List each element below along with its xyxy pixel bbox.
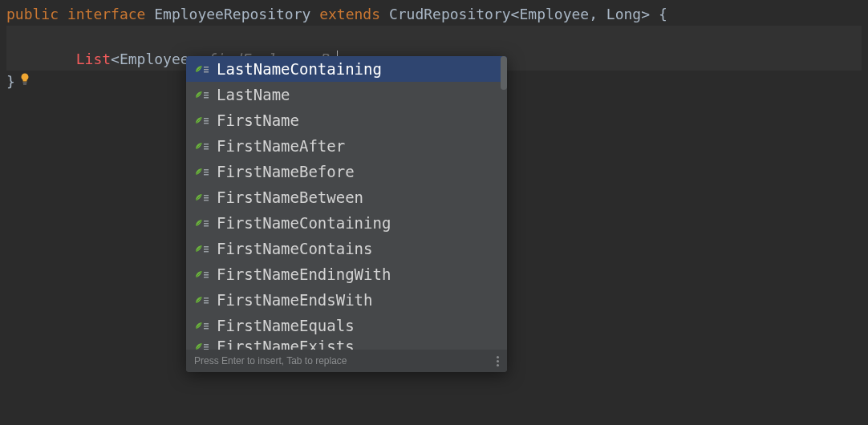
autocomplete-item-label: FirstNameExists [217,338,355,350]
autocomplete-item-label: FirstNameBetween [217,188,363,206]
autocomplete-item[interactable]: FirstName [186,107,507,133]
keyword-public: public [6,6,59,22]
autocomplete-item[interactable]: FirstNameContains [186,236,507,261]
keyword-interface: interface [67,6,146,22]
return-type: List [76,51,111,67]
autocomplete-item-label: LastNameContaining [217,60,382,78]
svg-rect-14 [204,169,209,171]
svg-rect-37 [204,349,209,350]
svg-rect-17 [204,195,209,196]
autocomplete-footer: Press Enter to insert, Tab to replace [186,350,507,372]
svg-rect-28 [204,277,209,278]
svg-rect-32 [204,323,209,325]
autocomplete-item-label: FirstNameEndsWith [217,291,372,309]
svg-rect-9 [204,120,209,122]
svg-rect-23 [204,246,209,248]
code-line-1: public interface EmployeeRepository exte… [6,3,862,26]
base-type: CrudRepository [389,6,511,22]
autocomplete-item[interactable]: FirstNameEquals [186,313,507,338]
svg-rect-34 [204,328,209,330]
keyword-extends: extends [319,6,380,22]
svg-rect-11 [204,144,209,145]
svg-rect-18 [204,197,209,199]
svg-rect-29 [204,298,209,299]
svg-rect-10 [204,123,209,124]
spring-leaf-icon [194,63,210,75]
svg-rect-6 [204,95,209,96]
autocomplete-item[interactable]: FirstNameExists [186,338,507,350]
svg-rect-7 [204,97,209,99]
autocomplete-list[interactable]: LastNameContainingLastNameFirstNameFirst… [186,56,507,350]
spring-leaf-icon [194,242,210,255]
autocomplete-item[interactable]: FirstNameContaining [186,210,507,236]
svg-rect-15 [204,172,209,173]
interface-name: EmployeeRepository [154,6,310,22]
lightbulb-icon[interactable] [18,27,32,42]
svg-rect-31 [204,302,209,304]
svg-rect-27 [204,274,209,276]
svg-rect-21 [204,223,209,225]
svg-rect-26 [204,272,209,273]
spring-leaf-icon [194,114,210,127]
autocomplete-item[interactable]: FirstNameEndsWith [186,287,507,313]
svg-rect-12 [204,146,209,148]
spring-leaf-icon [194,191,210,204]
svg-rect-35 [204,344,209,346]
autocomplete-item[interactable]: FirstNameEndingWith [186,261,507,287]
footer-hint: Press Enter to insert, Tab to replace [194,355,347,366]
svg-rect-30 [204,300,209,302]
svg-rect-4 [204,71,209,73]
spring-leaf-icon [194,293,210,306]
svg-rect-36 [204,346,209,348]
autocomplete-item-label: FirstNameContaining [217,214,391,232]
scrollbar-thumb[interactable] [501,56,507,90]
svg-rect-16 [204,174,209,176]
spring-leaf-icon [194,319,210,332]
autocomplete-item[interactable]: FirstNameBetween [186,184,507,210]
autocomplete-item-label: FirstNameEquals [217,317,355,334]
autocomplete-popup[interactable]: LastNameContainingLastNameFirstNameFirst… [186,56,507,372]
svg-rect-24 [204,249,209,250]
autocomplete-item-label: FirstNameAfter [217,137,345,155]
svg-rect-8 [204,118,209,119]
spring-leaf-icon [194,217,210,229]
spring-leaf-icon [194,88,210,101]
svg-rect-19 [204,200,209,201]
svg-rect-33 [204,326,209,327]
spring-leaf-icon [194,340,210,350]
spring-leaf-icon [194,165,210,178]
autocomplete-item-label: FirstNameEndingWith [217,265,391,283]
spring-leaf-icon [194,140,210,152]
svg-rect-25 [204,251,209,253]
spring-leaf-icon [194,268,210,281]
svg-rect-22 [204,225,209,227]
svg-rect-20 [204,221,209,222]
more-options-icon[interactable] [497,356,499,366]
svg-rect-2 [204,67,209,68]
autocomplete-item-label: FirstName [217,111,299,129]
autocomplete-item[interactable]: LastNameContaining [186,56,507,82]
autocomplete-item-label: FirstNameContains [217,240,372,257]
autocomplete-item[interactable]: FirstNameBefore [186,159,507,184]
svg-rect-13 [204,148,209,150]
svg-rect-5 [204,92,209,94]
autocomplete-item[interactable]: FirstNameAfter [186,133,507,159]
autocomplete-item-label: LastName [217,86,290,103]
svg-rect-3 [204,69,209,71]
autocomplete-item[interactable]: LastName [186,82,507,107]
autocomplete-item-label: FirstNameBefore [217,163,355,180]
